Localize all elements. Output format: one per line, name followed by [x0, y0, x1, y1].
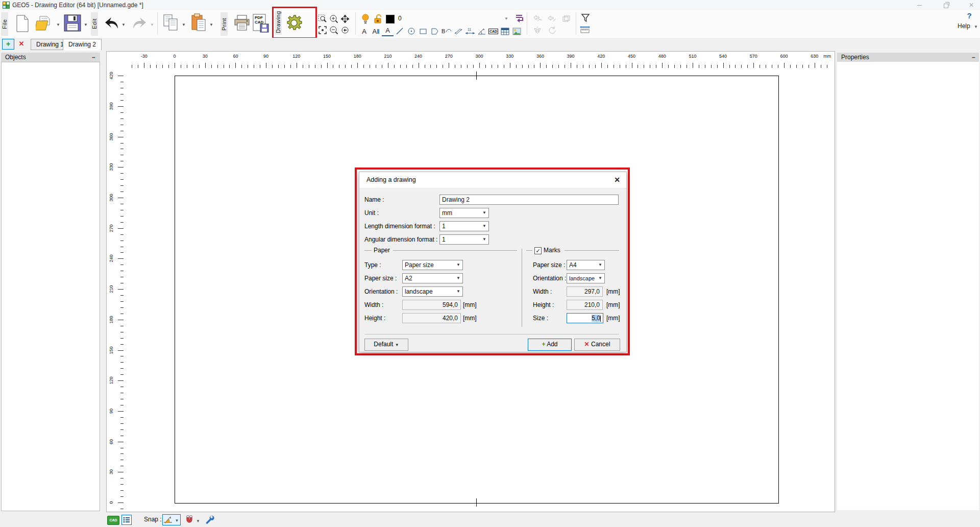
snap-dropdown-icon[interactable]: ▼ [174, 514, 181, 525]
duplicate-objects-icon[interactable] [560, 13, 572, 25]
ruler-h-tick [248, 65, 248, 68]
objects-panel-content[interactable] [1, 62, 100, 511]
help-dropdown-icon[interactable]: ▼ [974, 25, 978, 29]
visibility-bulb-icon[interactable] [361, 14, 370, 24]
cad-status-icon[interactable]: CAD [107, 516, 119, 525]
restore-button[interactable] [938, 1, 953, 9]
copy-dropdown-icon[interactable]: ▼ [182, 22, 186, 27]
unit-select[interactable]: mm▼ [439, 208, 489, 218]
rectangle-tool-icon[interactable] [417, 26, 429, 37]
length-format-select[interactable]: 1▼ [439, 221, 489, 231]
filter-icon[interactable] [581, 13, 590, 22]
settings-wrench-icon[interactable] [204, 514, 214, 524]
dialog-close-icon[interactable]: ✕ [614, 176, 620, 184]
redo-button[interactable] [132, 16, 148, 30]
line-style-selector[interactable]: 0 ▼ [386, 14, 511, 24]
ruler-h-tick [187, 65, 187, 68]
ruler-h-tick [467, 65, 468, 68]
layers-list-icon[interactable] [121, 515, 132, 525]
paper-type-select[interactable]: Paper size▼ [402, 260, 463, 270]
new-file-button[interactable] [15, 15, 30, 32]
magnet-icon[interactable] [185, 515, 194, 524]
copy-objects-icon[interactable] [532, 13, 544, 25]
close-drawing-tab-button[interactable]: ✕ [16, 39, 27, 49]
marks-orientation-select[interactable]: landscape▼ [567, 273, 605, 283]
zoom-extents-icon[interactable] [316, 25, 328, 36]
properties-collapse-button[interactable]: – [972, 53, 975, 62]
objects-collapse-button[interactable]: – [92, 53, 95, 62]
measure-icon[interactable] [580, 26, 590, 34]
lock-icon[interactable] [374, 14, 383, 24]
zoom-previous-icon[interactable] [339, 25, 351, 36]
marks-checkbox[interactable]: ✓ [534, 247, 542, 254]
save-button[interactable] [63, 14, 82, 32]
tab-drawing-2[interactable]: Drawing 2 [63, 39, 102, 51]
ruler-v-tick [120, 118, 124, 119]
move-objects-icon[interactable] [546, 13, 558, 25]
multiline-text-tool-icon[interactable]: A‖ [370, 26, 382, 37]
text-tool-icon[interactable]: A [358, 26, 370, 37]
paper-orientation-select[interactable]: landscape▼ [402, 286, 463, 297]
print-button[interactable] [234, 14, 250, 32]
paper-size-select[interactable]: A2▼ [402, 273, 463, 283]
drawing-menu-label[interactable]: Drawing [275, 11, 282, 35]
copy-button[interactable] [162, 14, 180, 32]
line-style-dropdown-icon[interactable]: ▼ [504, 16, 508, 21]
redo-dropdown-icon[interactable]: ▼ [150, 22, 154, 27]
apply-style-icon[interactable] [514, 14, 525, 24]
angular-format-select[interactable]: 1▼ [439, 234, 489, 245]
ruler-h-tick [723, 63, 724, 68]
snap-mode-button[interactable] [162, 514, 175, 525]
window-title: GEO5 - Drawing Editor (64 bit) [Unnamed.… [12, 2, 143, 9]
ruler-h-tick [589, 65, 590, 68]
text-field-tool-icon[interactable]: A [382, 26, 394, 36]
chevron-down-icon: ▼ [598, 274, 602, 283]
add-drawing-tab-button[interactable]: + [2, 39, 14, 50]
circle-tool-icon[interactable] [405, 26, 417, 37]
undo-dropdown-icon[interactable]: ▼ [121, 22, 126, 27]
print-menu-label[interactable]: Print [220, 12, 228, 36]
save-dropdown-icon[interactable]: ▼ [84, 22, 88, 27]
ruler-h-label: 600 [775, 54, 793, 59]
dimension-linear-icon[interactable]: 11 [464, 26, 476, 37]
zoom-out-icon[interactable] [328, 25, 339, 36]
pan-icon[interactable] [339, 13, 351, 25]
cad-import-icon[interactable]: CAD [487, 26, 499, 37]
drawing-settings-gear-button[interactable] [283, 12, 305, 34]
zoom-window-icon[interactable] [316, 13, 328, 25]
mirror-objects-icon[interactable] [532, 25, 544, 36]
add-button[interactable]: + Add [528, 339, 572, 351]
pdf-cad-export-button[interactable]: PDFCAD [252, 14, 270, 33]
minimize-button[interactable] [912, 1, 927, 9]
ruler-v-tick [120, 301, 124, 302]
help-label[interactable]: Help [958, 22, 970, 30]
polygon-tool-icon[interactable] [429, 26, 440, 37]
ruler-v-tick [120, 423, 124, 424]
spline-tool-icon[interactable]: B [440, 26, 452, 37]
image-tool-icon[interactable] [511, 26, 523, 37]
default-button[interactable]: Default ▼ [364, 339, 408, 351]
file-menu-label[interactable]: File [1, 12, 8, 36]
undo-button[interactable] [103, 16, 119, 30]
close-button[interactable]: ✕ [964, 1, 979, 9]
paste-dropdown-icon[interactable]: ▼ [209, 22, 213, 27]
dimension-aligned-icon[interactable] [452, 26, 464, 37]
zoom-in-icon[interactable] [328, 13, 339, 25]
name-input[interactable]: Drawing 2 [439, 195, 619, 205]
adding-drawing-dialog: Adding a drawing ✕ Name : Drawing 2 Unit… [359, 172, 627, 352]
paste-button[interactable] [191, 13, 208, 33]
line-tool-icon[interactable] [394, 26, 405, 37]
cancel-button[interactable]: ✕ Cancel [574, 339, 620, 351]
edit-menu-label[interactable]: Edit [91, 12, 98, 36]
marks-paper-size-select[interactable]: A4▼ [567, 260, 605, 270]
help-icon[interactable]: ? [962, 11, 977, 20]
open-dropdown-icon[interactable]: ▼ [56, 22, 60, 27]
table-tool-icon[interactable] [499, 26, 511, 37]
properties-panel-content[interactable] [837, 62, 979, 510]
ruler-v-tick [118, 350, 124, 351]
rotate-objects-icon[interactable] [546, 25, 558, 36]
magnet-dropdown-icon[interactable]: ▼ [196, 517, 200, 524]
open-file-button[interactable] [36, 14, 54, 33]
dimension-angular-icon[interactable] [476, 26, 487, 37]
marks-size-input[interactable]: 5,0 [567, 313, 603, 323]
